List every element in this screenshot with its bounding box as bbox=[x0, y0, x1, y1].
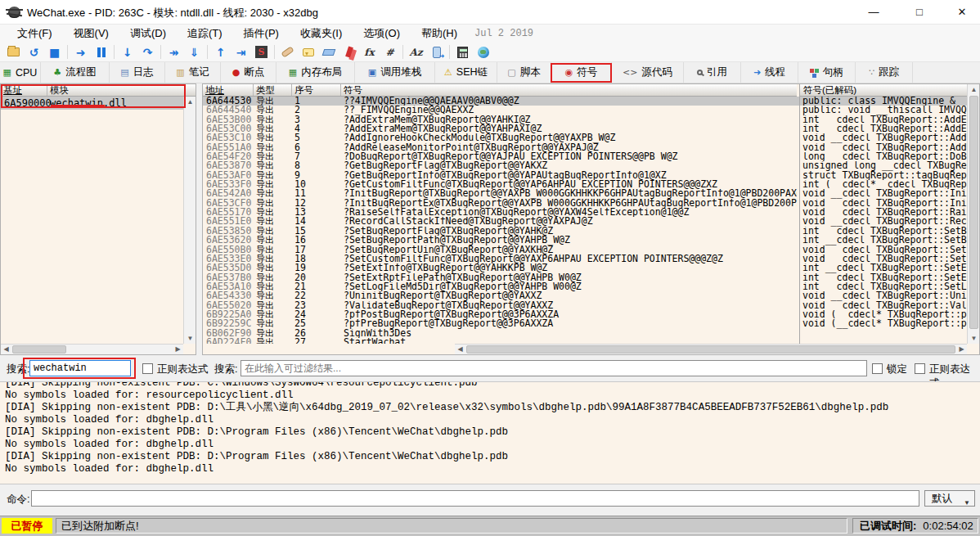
modules-header-base[interactable]: 基址 bbox=[1, 84, 47, 96]
tab-trace[interactable]: ∵跟踪 bbox=[856, 62, 913, 83]
comments-icon[interactable] bbox=[298, 43, 318, 61]
symbol-decoded[interactable]: public: void __thiscall IMVQQEngine::`de… bbox=[800, 106, 968, 115]
modules-horizontal-scrollbar[interactable]: ◀ ▶ bbox=[1, 344, 183, 354]
menu-item-6[interactable]: 收藏夹(I) bbox=[290, 26, 353, 41]
symbol-decoded[interactable]: struct TXBugReport::tagBugReportInfo * _… bbox=[800, 171, 968, 180]
patches-icon[interactable] bbox=[277, 43, 298, 61]
maximize-button[interactable]: □ bbox=[900, 0, 939, 25]
symbol-decoded[interactable]: void __cdecl TXBugReport::InitBugReport(… bbox=[800, 189, 968, 198]
labels-icon[interactable] bbox=[318, 43, 339, 61]
symbol-decoded[interactable]: int __cdecl TXBugReport::SetBugReportFla… bbox=[800, 227, 968, 236]
menu-item-8[interactable]: 帮助(H) bbox=[411, 26, 468, 41]
symbol-decoded[interactable]: int __cdecl TXBugReport::SetLogFileMd5Di… bbox=[800, 282, 968, 291]
symbol-decoded[interactable]: void (__cdecl* TXBugReport::pfPostBugRep… bbox=[800, 310, 968, 319]
symbol-decoded[interactable]: int __cdecl TXBugReport::SetBugReportPat… bbox=[800, 236, 968, 245]
command-input[interactable] bbox=[31, 490, 919, 507]
hash-icon[interactable]: # bbox=[380, 43, 400, 61]
globe-icon[interactable] bbox=[473, 43, 493, 61]
step-over-icon[interactable]: ↷ bbox=[137, 43, 158, 61]
symbol-decoded[interactable]: void __cdecl TXBugReport::SetBugReportUi… bbox=[800, 245, 968, 254]
symbol-decoded[interactable]: int __cdecl TXBugReport::SetExtRptFilePa… bbox=[800, 273, 968, 282]
symbol-symbol: ??_FIMVQQEngine@@QAEXXZ bbox=[341, 106, 797, 115]
symbol-decoded[interactable] bbox=[800, 338, 968, 344]
minimize-button[interactable]: — bbox=[854, 0, 893, 25]
tab-call-stack[interactable]: ▣调用堆栈 bbox=[355, 62, 435, 83]
symbols-header-decoded[interactable]: 符号(已解码) bbox=[799, 84, 968, 97]
symbol-decoded[interactable]: unsigned long __cdecl TXBugReport::GetBu… bbox=[800, 161, 968, 170]
tab-symbols[interactable]: ◉符号 bbox=[551, 62, 612, 83]
symbol-decoded[interactable]: void __cdecl TXBugReport::UninitBugRepor… bbox=[800, 291, 968, 300]
scrollbar-thumb[interactable] bbox=[466, 345, 955, 354]
symbols-header-address[interactable]: 地址 bbox=[203, 84, 254, 96]
symbols-header-symbol[interactable]: 符号 bbox=[341, 84, 797, 96]
menu-item-4[interactable]: 追踪(T) bbox=[177, 26, 233, 41]
regex-checkbox[interactable] bbox=[142, 363, 153, 374]
symbol-decoded[interactable]: void __cdecl TXBugReport::AddReleaseMoni… bbox=[800, 143, 968, 152]
menu-item-1[interactable]: 文件(F) bbox=[7, 26, 63, 41]
symbol-decoded[interactable]: void __cdecl TXBugReport::ValidateBugRep… bbox=[800, 301, 968, 310]
calculator-icon[interactable] bbox=[452, 43, 473, 61]
tab-log[interactable]: ▤日志 bbox=[110, 62, 165, 83]
modules-header-module[interactable]: 模块 bbox=[47, 84, 196, 96]
modules-vertical-scrollbar[interactable]: ▲ ▼ bbox=[183, 97, 196, 344]
tab-seh-chain[interactable]: ⚠SEH链 bbox=[435, 62, 497, 83]
menu-item-3[interactable]: 调试(D) bbox=[119, 26, 177, 41]
filter-input[interactable] bbox=[241, 360, 867, 376]
tab-script[interactable]: ▢脚本 bbox=[497, 62, 551, 83]
step-out-icon[interactable]: ↑ bbox=[210, 43, 231, 61]
profile-dropdown[interactable]: 默认 ▼ bbox=[924, 490, 975, 507]
pause-icon[interactable] bbox=[91, 43, 111, 61]
search-input[interactable] bbox=[29, 360, 131, 376]
symbol-decoded[interactable]: public: class IMVQQEngine & __thiscall I… bbox=[800, 97, 968, 106]
tab-breakpoints[interactable]: ●断点 bbox=[221, 62, 276, 83]
menu-item-5[interactable]: 插件(P) bbox=[233, 26, 290, 41]
symbol-decoded[interactable] bbox=[800, 329, 968, 338]
symbol-decoded[interactable]: int __cdecl TXBugReport::AddExtraMem(uns… bbox=[800, 115, 968, 124]
tab-handles[interactable]: 句柄 bbox=[798, 62, 856, 83]
symbol-decoded[interactable]: int (__cdecl*__cdecl TXBugReport::GetCus… bbox=[800, 180, 968, 189]
regex-right-checkbox[interactable] bbox=[915, 363, 925, 374]
stop-icon[interactable]: ■ bbox=[44, 43, 65, 61]
symbol-decoded[interactable]: void (__cdecl* TXBugReport::pfPreBugRepo… bbox=[800, 319, 968, 328]
scrollbar-thumb[interactable] bbox=[12, 345, 66, 354]
log-output[interactable]: [DIA] Skipping non-existent PDB: C:\Wind… bbox=[0, 381, 980, 484]
functions-icon[interactable]: fx bbox=[359, 43, 380, 61]
tab-memory-map[interactable]: ▦内存布局 bbox=[276, 62, 355, 83]
execute-till-return-icon[interactable]: ⇓ bbox=[184, 43, 205, 61]
symbols-header-ordinal[interactable]: 序号 bbox=[292, 84, 341, 96]
symbol-decoded[interactable]: void __cdecl TXBugReport::SetCustomFiltF… bbox=[800, 254, 968, 263]
open-file-icon[interactable] bbox=[3, 43, 24, 61]
bookmarks-icon[interactable] bbox=[339, 43, 359, 61]
close-button[interactable]: ✕ bbox=[942, 0, 980, 25]
scrollbar-thumb[interactable] bbox=[969, 96, 978, 329]
lock-checkbox[interactable] bbox=[872, 363, 883, 374]
tab-cpu[interactable]: ▦CPU bbox=[0, 62, 41, 83]
symbols-horizontal-scrollbar[interactable]: ◀ ▶ bbox=[455, 344, 967, 354]
symbol-decoded[interactable]: long __cdecl TXBugReport::DoBugReport(st… bbox=[800, 152, 968, 161]
symbol-decoded[interactable]: void __cdecl TXBugReport::RecordCallStac… bbox=[800, 217, 968, 226]
symbol-decoded[interactable]: int __cdecl TXBugReport::AddExtraMem(voi… bbox=[800, 124, 968, 133]
restart-icon[interactable]: ↺ bbox=[24, 43, 44, 61]
tab-references[interactable]: 引用 bbox=[684, 62, 741, 83]
symbols-vertical-scrollbar[interactable]: ▲ ▼ bbox=[967, 84, 979, 344]
modules-icon[interactable] bbox=[426, 43, 447, 61]
seh-toolbar-icon[interactable]: S bbox=[251, 43, 272, 61]
animate-into-icon[interactable]: ↠ bbox=[164, 43, 184, 61]
az-preferences-icon[interactable]: Az bbox=[406, 43, 426, 61]
symbol-symbol: ?UninitBugReport@TXBugReport@@YAXXZ bbox=[341, 291, 797, 300]
tab-source-code[interactable]: <>源代码 bbox=[612, 62, 684, 83]
run-icon[interactable]: ➜ bbox=[70, 43, 91, 61]
tab-graph[interactable]: ♣流程图 bbox=[41, 62, 110, 83]
step-into-icon[interactable]: ↓ bbox=[117, 43, 137, 61]
menu-item-2[interactable]: 视图(V) bbox=[63, 26, 119, 41]
symbol-decoded[interactable]: void __cdecl TXBugReport::AddIgnoreHookC… bbox=[800, 133, 968, 142]
menu-item-7[interactable]: 选项(O) bbox=[353, 26, 411, 41]
run-to-user-code-icon[interactable]: ⇥ bbox=[231, 43, 251, 61]
symbol-decoded[interactable]: void __cdecl TXBugReport::InitBugReportE… bbox=[800, 199, 968, 208]
tab-threads[interactable]: ➜线程 bbox=[741, 62, 798, 83]
symbol-decoded[interactable]: int __cdecl TXBugReport::SetExtInfo(unsi… bbox=[800, 263, 968, 273]
tab-notes[interactable]: ▥笔记 bbox=[165, 62, 221, 83]
symbol-decoded[interactable]: void __cdecl TXBugReport::RaiseSelfFatal… bbox=[800, 208, 968, 217]
module-row[interactable]: 6A590000wechatwin.dll bbox=[1, 97, 196, 110]
symbols-header-type[interactable]: 类型 bbox=[254, 84, 292, 96]
